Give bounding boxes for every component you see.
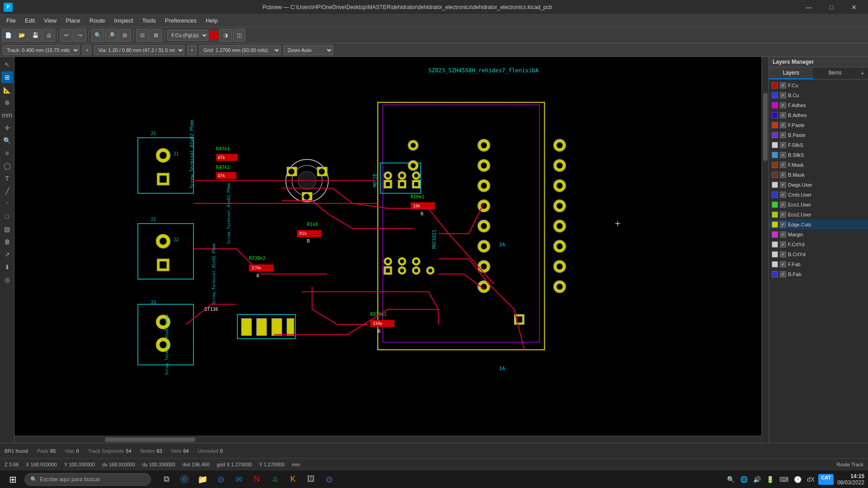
menu-help[interactable]: Help (201, 15, 222, 26)
keyboard-icon[interactable]: ⌨ (778, 474, 790, 485)
chrome-button[interactable]: ⊙ (212, 471, 229, 488)
menu-inspect[interactable]: Inspect (110, 15, 138, 26)
layer-visible-toggle[interactable]: ✓ (780, 221, 786, 228)
layer-visible-toggle[interactable]: ✓ (780, 261, 786, 267)
add-via-btn[interactable]: + (187, 45, 196, 55)
mail-button[interactable]: ✉ (231, 471, 247, 488)
select-tool[interactable]: ↖ (1, 59, 13, 70)
explorer-button[interactable]: 📁 (194, 471, 211, 488)
open-button[interactable]: 📂 (15, 29, 28, 42)
menu-view[interactable]: View (39, 15, 61, 26)
delete-tool[interactable]: 🗑 (1, 236, 13, 248)
menu-place[interactable]: Place (61, 15, 85, 26)
vertical-scrollbar[interactable] (761, 57, 769, 443)
add-layer-button[interactable]: + (857, 67, 868, 79)
spotify-button[interactable]: ♫ (267, 471, 283, 488)
layer-visible-toggle[interactable]: ✓ (780, 112, 786, 118)
layer-visible-toggle[interactable]: ✓ (780, 122, 786, 128)
inspect-tool[interactable]: 🔍 (1, 135, 13, 146)
chrome2-button[interactable]: ⊙ (321, 471, 337, 488)
crosshair-tool[interactable]: ✛ (1, 122, 13, 134)
local-coord-tool[interactable]: ⊕ (1, 97, 13, 108)
battery-icon[interactable]: 🔋 (764, 474, 776, 485)
v-scroll-thumb[interactable] (763, 93, 768, 161)
ratsnest-button[interactable]: ⊟ (136, 29, 149, 42)
undo-button[interactable]: ↩ (60, 29, 73, 42)
save-button[interactable]: 💾 (29, 29, 42, 42)
edge-browser-button[interactable]: ⓔ (176, 471, 193, 488)
menu-route[interactable]: Route (85, 15, 110, 26)
layer-select[interactable]: F.Cu (PgUp) (167, 30, 208, 41)
layer-visible-toggle[interactable]: ✓ (780, 152, 786, 158)
layer-item-f-silks[interactable]: ✓ F.SilkS (769, 140, 868, 150)
cat-badge[interactable]: CAT (818, 474, 834, 485)
dc-icon[interactable]: dX (805, 474, 816, 485)
h-scroll-thumb[interactable] (105, 437, 195, 442)
layer-item-b-fab[interactable]: ✓ B.Fab (769, 269, 868, 279)
layer-visible-toggle[interactable]: ✓ (780, 162, 786, 168)
zoom-select[interactable]: Zoom Auto (283, 45, 333, 55)
time-icon[interactable]: 🕐 (792, 474, 803, 485)
start-button[interactable]: ⊞ (4, 471, 22, 488)
print-button[interactable]: 🖨 (42, 29, 55, 42)
layer-item-f-paste[interactable]: ✓ F.Paste (769, 120, 868, 130)
maximize-button[interactable]: □ (821, 0, 842, 14)
add-track-btn[interactable]: + (82, 45, 91, 55)
layer-visible-toggle[interactable]: ✓ (780, 231, 786, 238)
layer-visible-toggle[interactable]: ✓ (780, 102, 786, 108)
layer-item-eco1-user[interactable]: ✓ Eco1.User (769, 200, 868, 210)
layer-item-dwgs-user[interactable]: ✓ Dwgs.User (769, 180, 868, 190)
via-size-select[interactable]: Via: 1.20 / 0.80 mm (47.2 / 31.5 mils) (94, 45, 184, 55)
close-button[interactable]: ✕ (844, 0, 864, 14)
layer-item-b-crtyd[interactable]: ✓ B.CrtYd (769, 249, 868, 259)
grid-select[interactable]: Grid: 1.2700 mm (50.00 mils) (199, 45, 281, 55)
volume-icon[interactable]: 🔊 (751, 474, 763, 485)
layer-item-f-mask[interactable]: ✓ F.Mask (769, 160, 868, 170)
zoom-in-button[interactable]: 🔍 (91, 29, 104, 42)
zoom-fit-button[interactable]: ⊞ (118, 29, 131, 42)
layer-visible-toggle[interactable]: ✓ (780, 202, 786, 208)
horizontal-scrollbar[interactable] (14, 436, 761, 443)
layer-visible-toggle[interactable]: ✓ (780, 82, 786, 89)
layer-visible-toggle[interactable]: ✓ (780, 92, 786, 99)
layer-visible-toggle[interactable]: ✓ (780, 211, 786, 218)
layer-item-f-crtyd[interactable]: ✓ F.CrtYd (769, 239, 868, 249)
measure-tool[interactable]: 📐 (1, 84, 13, 96)
layer-item-eco2-user[interactable]: ✓ Eco2.User (769, 210, 868, 220)
layer-item-b-adhes[interactable]: ✓ B.Adhes (769, 110, 868, 120)
netflix-button[interactable]: N (249, 471, 265, 488)
layer-item-f-cu[interactable]: ✓ F.Cu (769, 80, 868, 90)
fill-zone-tool[interactable]: ▨ (1, 223, 13, 235)
menu-file[interactable]: File (2, 15, 20, 26)
layer-item-margin[interactable]: ✓ Margin (769, 230, 868, 239)
draw-line-tool[interactable]: ╱ (1, 185, 13, 197)
tab-layers[interactable]: Layers (769, 67, 813, 79)
step-down-tool[interactable]: ⬇ (1, 261, 13, 273)
track-width-select[interactable]: Track: 0.400 mm (15.75 mils) (3, 45, 80, 55)
task-view-button[interactable]: ⧉ (158, 471, 175, 488)
kicad-button[interactable]: K (285, 471, 301, 488)
layer-visible-toggle[interactable]: ✓ (780, 182, 786, 188)
text-tool[interactable]: T (1, 173, 13, 184)
layer-visible-toggle[interactable]: ✓ (780, 132, 786, 138)
new-button[interactable]: 📄 (2, 29, 14, 42)
3d-view-button[interactable]: ◫ (233, 29, 245, 42)
layer-item-cmts-user[interactable]: ✓ Cmts.User (769, 190, 868, 200)
zoom-out-button[interactable]: 🔎 (105, 29, 118, 42)
network-icon[interactable]: 🌐 (738, 474, 750, 485)
layer-item-b-paste[interactable]: ✓ B.Paste (769, 130, 868, 140)
high-contrast-button[interactable]: ◑ (219, 29, 232, 42)
drc-button[interactable]: ⊠ (150, 29, 162, 42)
grid-tool[interactable]: ⊞ (1, 71, 13, 83)
copper-tool[interactable]: ≡ (1, 147, 13, 159)
minimize-button[interactable]: — (798, 0, 819, 14)
tab-items[interactable]: Items (813, 67, 857, 79)
layer-item-f-fab[interactable]: ✓ F.Fab (769, 259, 868, 269)
layer-item-edge-cuts[interactable]: ✓ Edge.Cuts (769, 220, 868, 230)
pad-tool[interactable]: ◯ (1, 160, 13, 172)
via-tool[interactable]: ◎ (1, 274, 13, 286)
layer-visible-toggle[interactable]: ✓ (780, 172, 786, 178)
menu-edit[interactable]: Edit (20, 15, 39, 26)
mm-unit[interactable]: mm (1, 109, 13, 121)
draw-arc-tool[interactable]: ◜ (1, 198, 13, 210)
